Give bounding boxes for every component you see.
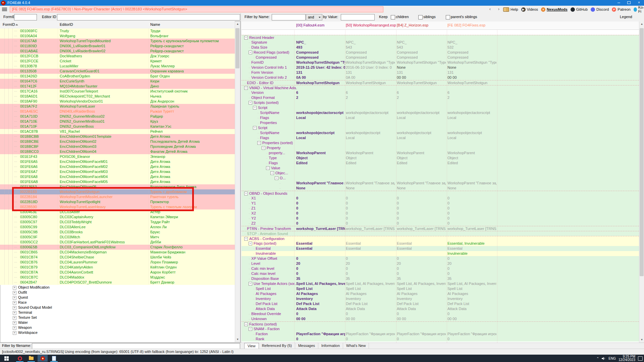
record-row[interactable]: ···0017CA16Inst307CourserTeleportИнститу… xyxy=(0,89,235,94)
collapse-icon[interactable]: − xyxy=(244,36,248,40)
collapse-icon[interactable]: − xyxy=(253,106,257,110)
record-row[interactable]: ···00106A04WolfgangВольфганг xyxy=(0,34,235,39)
plugin-column-header[interactable]: [FE 082] FO4Fixes.esp xyxy=(447,21,485,29)
clock[interactable]: 9:25 PM 12/24/2023 xyxy=(619,355,635,362)
expand-icon[interactable]: + xyxy=(13,331,16,335)
column-header-formid[interactable]: FormID xyxy=(3,21,15,28)
link-ko-fi[interactable]: Ko-Fi xyxy=(634,5,644,13)
record-row[interactable]: ···00130B78LucasMillerЛукас Миллер xyxy=(0,64,235,69)
field-row-def-pack-list[interactable]: ··Def Pack ListDef Pack ListDef Pack Lis… xyxy=(241,301,639,306)
field-row-rank[interactable]: ··Rank0000 xyxy=(241,337,639,342)
field-row-acbs-configuration[interactable]: −ACBS - Configuration xyxy=(241,236,639,241)
field-row-properties-sorted-[interactable]: −Properties (sorted) xyxy=(241,140,639,145)
field-row-version[interactable]: ··Version6666 xyxy=(241,90,639,95)
left-scrollbar[interactable]: ▲ ▼ xyxy=(235,21,240,342)
taskbar-opera-icon[interactable] xyxy=(15,355,25,362)
field-row[interactable]: ··NoneNoneNoneNone xyxy=(241,186,639,191)
field-row-compressed[interactable]: ··CompressedCompressedCompressedCompress… xyxy=(241,55,639,60)
checkbox-children[interactable] xyxy=(391,15,395,19)
collapse-icon[interactable]: − xyxy=(253,126,257,130)
record-row[interactable]: ···001BBCC0EncChildrenOfAtom04Фанатик Де… xyxy=(0,149,235,154)
field-row-value[interactable]: −Value xyxy=(241,166,639,171)
filter-operator-select[interactable]: and xyxy=(306,14,322,20)
expand-icon[interactable]: + xyxy=(13,321,16,325)
column-header-name[interactable]: Name xyxy=(150,21,160,28)
tree-node-weapon[interactable]: +Weapon xyxy=(0,325,235,330)
scroll-up-icon[interactable]: ▲ xyxy=(639,21,644,27)
field-row-vmad-virtual-machine-ada-[interactable]: −VMAD - Virtual Machine Ada... xyxy=(241,85,639,90)
field-row-x2[interactable]: ··X20000 xyxy=(241,211,639,216)
scroll-down-icon[interactable]: ▼ xyxy=(639,337,644,343)
field-row-o-[interactable]: −O... xyxy=(241,176,639,181)
expand-icon[interactable]: + xyxy=(13,296,16,300)
breadcrumb[interactable]: [FE 082] FO4Fixes.esp (F45E78C0) \ Non-P… xyxy=(10,6,383,12)
field-row-script[interactable]: −Script xyxy=(241,105,639,110)
checkbox-parent-s-siblings[interactable] xyxy=(446,15,450,19)
field-row-xp-value-offset[interactable]: ··XP Value Offset0000 xyxy=(241,256,639,261)
record-row[interactable]: ···00133508CaravanCricketGuard01Охранник… xyxy=(0,69,235,74)
collapse-icon[interactable]: − xyxy=(270,171,274,175)
record-row[interactable]: ···001E1F43POISC06_EleanorЭлеанор xyxy=(0,154,235,159)
field-row-scriptname[interactable]: ··ScriptNameworkshopobjectscriptworkshop… xyxy=(241,130,639,135)
field-row-unknown[interactable]: ··Unknown00 0000 0000 0000 00 xyxy=(241,316,639,321)
link-help[interactable]: Help xyxy=(503,7,518,12)
start-button[interactable] xyxy=(1,355,11,362)
field-row-record-flags-sorted-[interactable]: −Record Flags (sorted)CompressedCompress… xyxy=(241,50,639,55)
record-row[interactable]: ···001A4E5CDN040LvlRaiderBossРыжая Турет… xyxy=(0,109,235,114)
record-row[interactable]: ···0601CB7ADLC04AaronCorbettАарон Корбет… xyxy=(0,270,235,275)
column-header-editorid[interactable]: EditorID xyxy=(60,21,73,28)
collapse-icon[interactable]: − xyxy=(257,141,261,145)
record-row[interactable]: ···001FE6A6EncChildrenOfAtomFaceM02Дитя … xyxy=(0,164,235,169)
tree-node-terminal[interactable]: +Terminal xyxy=(0,310,235,315)
record-row[interactable]: ···0018AF90WorkshopVendorDoctor01Док Анд… xyxy=(0,99,235,104)
checkbox-siblings[interactable] xyxy=(418,15,423,19)
collapse-icon[interactable]: − xyxy=(249,242,252,245)
record-row[interactable]: ···001167A8WorkshopTurretTripodMountedТу… xyxy=(0,39,235,44)
record-row[interactable]: ···0022B590WorkshopTurretLaserHeavyТурел… xyxy=(0,204,235,209)
field-row-flags-sorted-[interactable]: −Flags (sorted)EssentialEssentialEssenti… xyxy=(241,241,639,246)
field-row-scripts-sorted-[interactable]: −Scripts (sorted) xyxy=(241,100,639,105)
collapse-icon[interactable]: − xyxy=(249,282,252,286)
record-row[interactable]: ···03005C9FDLC03MitchМитч xyxy=(0,235,235,240)
tab-messages[interactable]: Messages xyxy=(295,343,318,349)
record-row[interactable]: ···06042B47DLC04POISC07_BrettDunmoreБрет… xyxy=(0,280,235,285)
record-row[interactable]: ···00213F53EncChildrenOfAtom05Возрожденн… xyxy=(0,184,235,189)
tray-expand-icon[interactable]: ⌃ xyxy=(596,357,599,360)
record-row[interactable]: ···03006E5BDLC03_CompanionOldLongfellowС… xyxy=(0,245,235,250)
field-row-bleedout-override[interactable]: ··Bleedout Override0000 xyxy=(241,311,639,316)
tree-node-water[interactable]: +Water xyxy=(0,320,235,325)
plugin-column-header[interactable]: [00] Fallout4.esm xyxy=(296,21,324,29)
expand-icon[interactable]: + xyxy=(13,306,16,310)
record-row[interactable]: ···001069FCTrudyТруди xyxy=(0,28,235,34)
field-row-formid[interactable]: ··FormIDWorkshopTurretShotgun "Турел...W… xyxy=(241,60,639,65)
record-row[interactable]: ···0017412FMQ104MobsterTaunterДино xyxy=(0,84,235,89)
tree-node-sound-output-model[interactable]: +Sound Output Model xyxy=(0,305,235,310)
collapse-icon[interactable]: − xyxy=(244,192,248,195)
legend-button[interactable]: Legend xyxy=(620,15,632,19)
record-row[interactable]: ···0022B18DWorkshopTurretSpotlightПрожек… xyxy=(0,199,235,204)
collapse-icon[interactable]: − xyxy=(244,322,248,326)
tree-node-quest[interactable]: +Quest xyxy=(0,295,235,300)
scrollbar-thumb[interactable] xyxy=(640,28,644,276)
field-row-property-[interactable]: ··property...WorkshopParentWorkshopParen… xyxy=(241,150,639,156)
field-row-disposition-base[interactable]: ··Disposition Base35353535 xyxy=(241,276,639,281)
record-row[interactable]: ···001FE6ABEncChildrenOfAtomFaceM05Дитя … xyxy=(0,179,235,184)
minimize-button[interactable] xyxy=(614,0,624,6)
field-row-properties[interactable]: ··Properties xyxy=(241,120,639,125)
collapse-icon[interactable]: − xyxy=(275,176,278,180)
field-row-flags[interactable]: ··FlagsLocalLocalLocalLocal xyxy=(241,115,639,120)
action-center-icon[interactable] xyxy=(638,356,643,361)
tree-node-outfit[interactable]: +Outfit xyxy=(0,290,235,295)
link-github[interactable]: GitHub xyxy=(571,7,588,12)
field-row-essential[interactable]: ··EssentialEssentialEssentialEssentialEs… xyxy=(241,246,639,251)
record-row[interactable]: ···001FE6A7EncChildrenOfAtomFaceM03Дитя … xyxy=(0,169,235,174)
field-row-y1[interactable]: ··Y10000 xyxy=(241,201,639,206)
plugin-column-header[interactable]: [50] WorkshopRearranged.esp xyxy=(346,21,396,29)
record-row[interactable]: ···001BBCBBEncChildrenOfAtom01TemplateДи… xyxy=(0,134,235,139)
field-row-property[interactable]: −Property xyxy=(241,145,639,150)
filename-filter-input[interactable] xyxy=(32,343,240,349)
plugin-column-header[interactable]: [B4] Z_Horizon.esp xyxy=(397,21,428,29)
record-row[interactable]: ···0601CB65DLC04MackenzieBridgemanМаккен… xyxy=(0,250,235,255)
record-row[interactable]: ···001FE6A5EncChildrenOfAtomFaceM01Дитя … xyxy=(0,159,235,164)
field-row-y2[interactable]: ··Y20000 xyxy=(241,216,639,221)
